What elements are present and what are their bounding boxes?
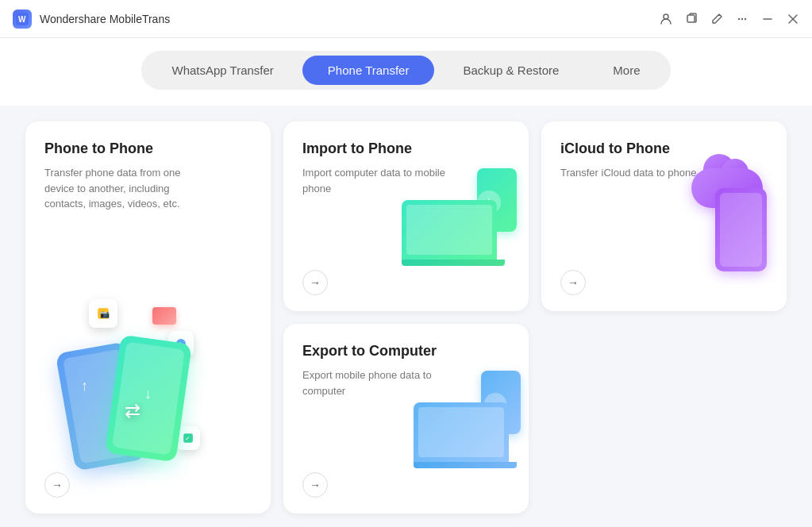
edit-button[interactable] xyxy=(710,13,723,25)
tab-more[interactable]: More xyxy=(587,56,665,85)
import-laptop-shape xyxy=(402,200,505,271)
card-export-to-computer[interactable]: Export to Computer Export mobile phone d… xyxy=(283,324,529,514)
card-icloud-to-phone[interactable]: iCloud to Phone Transfer iCloud data to … xyxy=(541,121,787,311)
icloud-illustration: ↓ xyxy=(652,168,779,271)
svg-point-5 xyxy=(741,17,743,19)
app-title: Wondershare MobileTrans xyxy=(40,13,170,25)
title-bar-left: W Wondershare MobileTrans xyxy=(13,10,170,29)
card-import-arrow[interactable]: → xyxy=(302,270,328,295)
card-phone-to-phone-title: Phone to Phone xyxy=(44,140,252,157)
card-import-to-phone[interactable]: Import to Phone Import computer data to … xyxy=(283,121,529,311)
svg-rect-3 xyxy=(687,15,695,22)
arrow-down-icon: ↓ xyxy=(144,386,152,402)
card-phone-to-phone[interactable]: Phone to Phone Transfer phone data from … xyxy=(25,121,271,514)
svg-text:W: W xyxy=(18,15,26,24)
svg-point-2 xyxy=(664,14,668,19)
minimize-button[interactable] xyxy=(761,13,774,25)
svg-point-4 xyxy=(738,17,740,19)
navigation-bar: WhatsApp Transfer Phone Transfer Backup … xyxy=(0,38,812,106)
card-icloud-title: iCloud to Phone xyxy=(560,140,768,157)
import-laptop-base xyxy=(402,260,505,266)
card-phone-to-phone-arrow[interactable]: → xyxy=(44,472,70,498)
main-content: Phone to Phone Transfer phone data from … xyxy=(0,106,812,527)
transfer-arrows-icon: ⇄ xyxy=(125,400,140,422)
phone-to-phone-illustration: 📷 ♪ ✓ ⇄ ↑ ↓ xyxy=(41,291,271,466)
duplicate-button[interactable] xyxy=(685,13,698,25)
arrow-up-icon: ↑ xyxy=(81,378,88,394)
import-illustration: ↓ xyxy=(394,168,521,271)
title-bar: W Wondershare MobileTrans xyxy=(0,0,812,38)
menu-button[interactable] xyxy=(736,13,749,25)
tab-phone[interactable]: Phone Transfer xyxy=(302,56,435,85)
close-button[interactable] xyxy=(787,13,799,25)
card-export-arrow[interactable]: → xyxy=(302,472,328,498)
import-laptop-screen xyxy=(402,200,497,260)
card-phone-to-phone-desc: Transfer phone data from one device to a… xyxy=(44,165,187,212)
card-export-title: Export to Computer xyxy=(302,343,510,360)
profile-button[interactable] xyxy=(660,13,672,25)
svg-text:📷: 📷 xyxy=(100,309,110,319)
tab-whatsapp[interactable]: WhatsApp Transfer xyxy=(146,56,298,85)
float-icon-1: 📷 xyxy=(89,299,117,328)
tab-backup[interactable]: Backup & Restore xyxy=(437,56,584,85)
svg-point-6 xyxy=(745,17,746,19)
export-laptop-base xyxy=(414,462,517,468)
svg-text:✓: ✓ xyxy=(185,435,190,442)
export-laptop-shape xyxy=(414,402,517,474)
icloud-phone-shape xyxy=(715,188,767,271)
float-envelope xyxy=(152,307,176,325)
export-illustration: → xyxy=(386,371,521,474)
export-laptop-screen xyxy=(414,402,509,462)
nav-tabs-container: WhatsApp Transfer Phone Transfer Backup … xyxy=(141,51,670,90)
card-icloud-arrow[interactable]: → xyxy=(560,270,586,295)
card-import-title: Import to Phone xyxy=(302,140,510,157)
title-bar-controls xyxy=(660,13,799,25)
app-icon: W xyxy=(13,10,32,29)
